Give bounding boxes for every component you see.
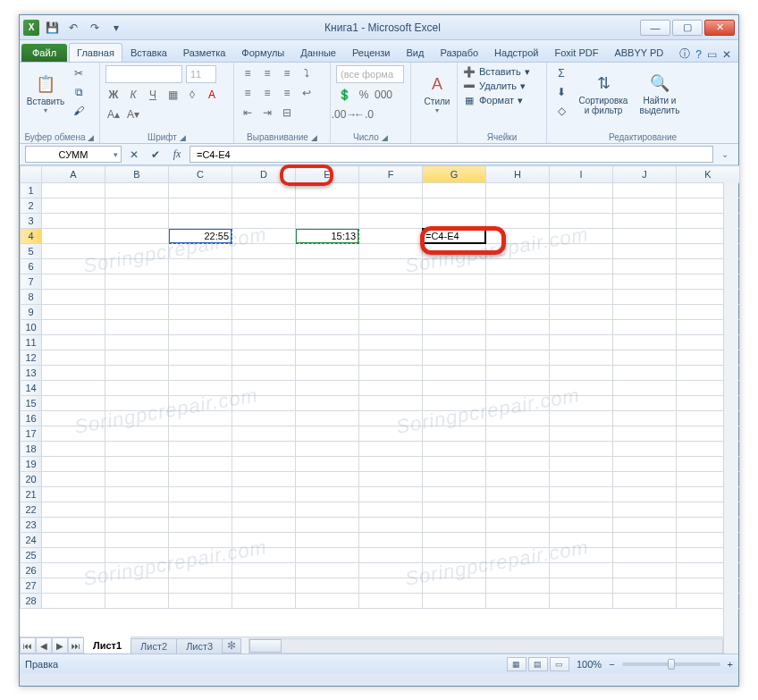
cell-F23[interactable] xyxy=(359,518,423,533)
cell-C26[interactable] xyxy=(169,563,232,578)
cell-F6[interactable] xyxy=(359,259,423,274)
cell-D16[interactable] xyxy=(232,411,296,426)
name-box[interactable]: СУММ ▾ xyxy=(25,146,122,163)
cell-B15[interactable] xyxy=(105,396,169,411)
cell-F12[interactable] xyxy=(359,350,423,366)
cell-G16[interactable] xyxy=(423,411,486,426)
cell-F1[interactable] xyxy=(359,183,423,198)
cell-B18[interactable] xyxy=(105,442,169,457)
cell-J25[interactable] xyxy=(613,548,677,563)
cell-I23[interactable] xyxy=(550,518,613,533)
cell-D3[interactable] xyxy=(232,214,296,229)
cell-E25[interactable] xyxy=(296,548,359,563)
cell-D14[interactable] xyxy=(232,381,296,396)
orientation-icon[interactable]: ⤵ xyxy=(299,65,315,81)
cell-A18[interactable] xyxy=(42,442,105,457)
cell-C1[interactable] xyxy=(169,183,232,198)
cell-E5[interactable] xyxy=(296,244,359,259)
row-header-26[interactable]: 26 xyxy=(21,563,42,578)
cell-A5[interactable] xyxy=(42,244,105,259)
cell-C21[interactable] xyxy=(169,487,232,502)
cell-I7[interactable] xyxy=(550,274,613,290)
cell-B22[interactable] xyxy=(105,502,169,518)
zoom-in-icon[interactable]: + xyxy=(728,659,733,670)
cell-C15[interactable] xyxy=(169,396,232,411)
cell-E26[interactable] xyxy=(296,563,359,578)
insert-function-icon[interactable]: fx xyxy=(168,147,186,163)
cell-F24[interactable] xyxy=(359,533,423,548)
cell-E24[interactable] xyxy=(296,533,359,548)
tab-developer[interactable]: Разрабо xyxy=(432,43,486,62)
cell-G9[interactable] xyxy=(423,305,486,320)
cell-F2[interactable] xyxy=(359,198,423,214)
cell-I17[interactable] xyxy=(550,426,613,442)
cell-J14[interactable] xyxy=(613,381,677,396)
tab-layout[interactable]: Разметка xyxy=(175,43,234,62)
paste-button[interactable]: 📋 Вставить ▾ xyxy=(25,65,66,121)
cell-F16[interactable] xyxy=(359,411,423,426)
align-right-icon[interactable]: ≡ xyxy=(279,85,295,101)
cell-D12[interactable] xyxy=(232,350,296,366)
cell-J21[interactable] xyxy=(613,487,677,502)
cell-B7[interactable] xyxy=(105,274,169,290)
insert-cells-button[interactable]: ➕Вставить ▾ xyxy=(463,65,541,78)
cell-D5[interactable] xyxy=(232,244,296,259)
cell-J9[interactable] xyxy=(613,305,677,320)
row-header-19[interactable]: 19 xyxy=(21,457,42,472)
cell-G3[interactable] xyxy=(423,214,486,229)
cell-G2[interactable] xyxy=(423,198,486,214)
cell-H18[interactable] xyxy=(486,442,550,457)
cell-J27[interactable] xyxy=(613,578,677,594)
cell-B21[interactable] xyxy=(105,487,169,502)
cell-J28[interactable] xyxy=(613,594,677,609)
cell-G20[interactable] xyxy=(423,472,486,487)
cell-I3[interactable] xyxy=(550,214,613,229)
cell-F27[interactable] xyxy=(359,578,423,594)
cell-C25[interactable] xyxy=(169,548,232,563)
cell-C17[interactable] xyxy=(169,426,232,442)
tab-formulas[interactable]: Формулы xyxy=(233,43,292,62)
cell-C20[interactable] xyxy=(169,472,232,487)
column-header-E[interactable]: E xyxy=(296,166,359,183)
cell-G28[interactable] xyxy=(423,594,486,609)
cell-D24[interactable] xyxy=(232,533,296,548)
cell-E20[interactable] xyxy=(296,472,359,487)
column-header-F[interactable]: F xyxy=(359,166,423,183)
cell-C22[interactable] xyxy=(169,502,232,518)
cell-A14[interactable] xyxy=(42,381,105,396)
cell-A16[interactable] xyxy=(42,411,105,426)
cell-I24[interactable] xyxy=(550,533,613,548)
cell-F22[interactable] xyxy=(359,502,423,518)
cell-C10[interactable] xyxy=(169,320,232,335)
cell-H23[interactable] xyxy=(486,518,550,533)
cell-C24[interactable] xyxy=(169,533,232,548)
column-header-K[interactable]: K xyxy=(677,166,740,183)
cell-G14[interactable] xyxy=(423,381,486,396)
cell-D27[interactable] xyxy=(232,578,296,594)
cell-A4[interactable] xyxy=(42,229,105,244)
cell-E9[interactable] xyxy=(296,305,359,320)
cell-G18[interactable] xyxy=(423,442,486,457)
cell-H3[interactable] xyxy=(486,214,550,229)
bold-icon[interactable]: Ж xyxy=(105,87,122,103)
cell-A20[interactable] xyxy=(42,472,105,487)
zoom-out-icon[interactable]: − xyxy=(609,659,614,670)
cell-I9[interactable] xyxy=(550,305,613,320)
cell-J17[interactable] xyxy=(613,426,677,442)
cell-H4[interactable] xyxy=(486,229,550,244)
cell-B4[interactable] xyxy=(105,229,169,244)
cell-E10[interactable] xyxy=(296,320,359,335)
cell-D15[interactable] xyxy=(232,396,296,411)
cell-G23[interactable] xyxy=(423,518,486,533)
row-header-28[interactable]: 28 xyxy=(21,594,42,609)
cell-B28[interactable] xyxy=(105,594,169,609)
worksheet-grid[interactable]: ABCDEFGHIJK 123422:5515:13=C4-E456789101… xyxy=(20,165,738,654)
cell-J3[interactable] xyxy=(613,214,677,229)
tab-insert[interactable]: Вставка xyxy=(122,43,175,62)
cell-G12[interactable] xyxy=(423,350,486,366)
row-header-15[interactable]: 15 xyxy=(21,396,42,411)
cell-D17[interactable] xyxy=(232,426,296,442)
cell-F21[interactable] xyxy=(359,487,423,502)
cell-H17[interactable] xyxy=(486,426,550,442)
row-header-5[interactable]: 5 xyxy=(21,244,42,259)
